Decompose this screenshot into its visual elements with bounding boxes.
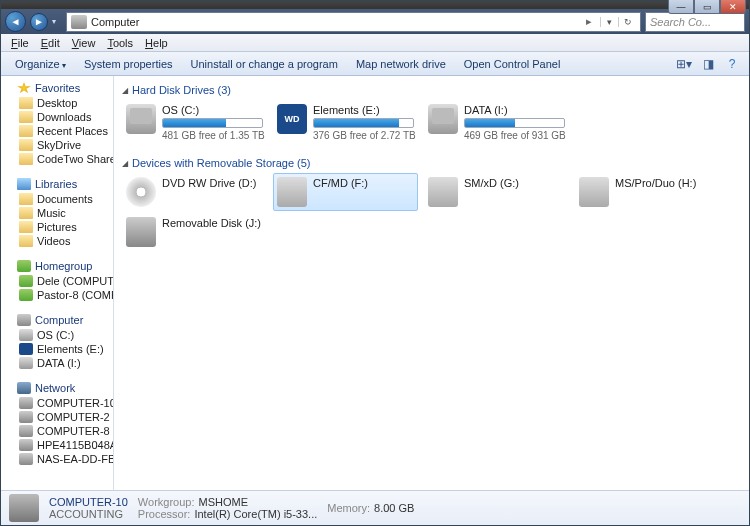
- network-label: Network: [35, 382, 75, 394]
- item-icon: [19, 439, 33, 451]
- drive-name: MS/Pro/Duo (H:): [615, 177, 716, 189]
- system-properties-button[interactable]: System properties: [76, 55, 181, 73]
- sidebar-item[interactable]: Dele (COMPUTER-8): [1, 274, 113, 288]
- maximize-button[interactable]: ▭: [694, 0, 720, 14]
- network-icon: [17, 382, 31, 394]
- drive-item[interactable]: DATA (I:)469 GB free of 931 GB: [424, 100, 569, 145]
- drive-name: DVD RW Drive (D:): [162, 177, 263, 189]
- back-button[interactable]: ◄: [5, 11, 26, 32]
- navigation-bar: ◄ ► ▾ Computer ▸ ▾ ↻ Search Co...: [1, 9, 749, 34]
- memory-value: 8.00 GB: [374, 502, 414, 514]
- item-icon: [19, 289, 33, 301]
- drive-item[interactable]: MS/Pro/Duo (H:): [575, 173, 720, 211]
- dvd-icon: [126, 177, 156, 207]
- drive-name: Elements (E:): [313, 104, 414, 116]
- sidebar-item[interactable]: COMPUTER-2: [1, 410, 113, 424]
- item-icon: [19, 453, 33, 465]
- drive-item[interactable]: CF/MD (F:): [273, 173, 418, 211]
- refresh-button[interactable]: ↻: [618, 17, 636, 27]
- address-dropdown[interactable]: ▾: [600, 17, 618, 27]
- item-icon: [19, 125, 33, 137]
- network-header[interactable]: Network: [1, 380, 113, 396]
- map-drive-button[interactable]: Map network drive: [348, 55, 454, 73]
- menu-tools[interactable]: Tools: [101, 35, 139, 51]
- sidebar-item[interactable]: Music: [1, 206, 113, 220]
- sidebar-item[interactable]: Pictures: [1, 220, 113, 234]
- hdd-section-header[interactable]: ◢ Hard Disk Drives (3): [122, 82, 741, 100]
- sidebar-item[interactable]: HPE4115B048A82: [1, 438, 113, 452]
- sidebar-item[interactable]: Recent Places: [1, 124, 113, 138]
- sidebar-item[interactable]: DATA (I:): [1, 356, 113, 370]
- item-label: Pastor-8 (COMPUTER-8): [37, 289, 113, 301]
- drive-item[interactable]: OS (C:)481 GB free of 1.35 TB: [122, 100, 267, 145]
- processor-value: Intel(R) Core(TM) i5-33...: [194, 508, 317, 520]
- item-icon: [19, 153, 33, 165]
- search-input[interactable]: Search Co...: [645, 12, 745, 32]
- item-label: COMPUTER-8: [37, 425, 110, 437]
- item-icon: [19, 97, 33, 109]
- menu-file[interactable]: File: [5, 35, 35, 51]
- homegroup-icon: [17, 260, 31, 272]
- item-label: Videos: [37, 235, 70, 247]
- sidebar-item[interactable]: NAS-EA-DD-FB: [1, 452, 113, 466]
- item-icon: [19, 275, 33, 287]
- view-options-button[interactable]: ⊞▾: [673, 57, 695, 71]
- drive-icon: [19, 343, 33, 355]
- sidebar-item[interactable]: COMPUTER-8: [1, 424, 113, 438]
- computer-icon: [17, 314, 31, 326]
- help-button[interactable]: ?: [721, 57, 743, 71]
- computer-header[interactable]: Computer: [1, 312, 113, 328]
- capacity-bar: [162, 118, 263, 128]
- item-label: DATA (I:): [37, 357, 81, 369]
- capacity-bar: [464, 118, 565, 128]
- libraries-header[interactable]: Libraries: [1, 176, 113, 192]
- drive-item[interactable]: DVD RW Drive (D:): [122, 173, 267, 211]
- item-label: Elements (E:): [37, 343, 104, 355]
- menu-bar: File Edit View Tools Help: [1, 34, 749, 52]
- menu-help[interactable]: Help: [139, 35, 174, 51]
- homegroup-header[interactable]: Homegroup: [1, 258, 113, 274]
- item-label: Music: [37, 207, 66, 219]
- removable-section-header[interactable]: ◢ Devices with Removable Storage (5): [122, 155, 741, 173]
- search-placeholder: Search Co...: [650, 16, 711, 28]
- details-name: COMPUTER-10: [49, 496, 128, 508]
- sidebar-item[interactable]: OS (C:): [1, 328, 113, 342]
- nav-history-dropdown[interactable]: ▾: [52, 17, 62, 26]
- window-controls: — ▭ ✕: [668, 0, 746, 14]
- computer-label: Computer: [35, 314, 83, 326]
- sidebar-item[interactable]: Desktop: [1, 96, 113, 110]
- item-label: SkyDrive: [37, 139, 81, 151]
- navigation-pane: Favorites DesktopDownloadsRecent PlacesS…: [1, 76, 114, 490]
- favorites-header[interactable]: Favorites: [1, 80, 113, 96]
- uninstall-program-button[interactable]: Uninstall or change a program: [183, 55, 346, 73]
- drive-item[interactable]: WDElements (E:)376 GB free of 2.72 TB: [273, 100, 418, 145]
- drive-name: SM/xD (G:): [464, 177, 565, 189]
- details-sub: ACCOUNTING: [49, 508, 128, 520]
- address-bar[interactable]: Computer ▸ ▾ ↻: [66, 12, 641, 32]
- sidebar-item[interactable]: SkyDrive: [1, 138, 113, 152]
- breadcrumb-arrow[interactable]: ▸: [582, 15, 596, 28]
- preview-pane-button[interactable]: ◨: [697, 57, 719, 71]
- memory-label: Memory:: [327, 502, 370, 514]
- control-panel-button[interactable]: Open Control Panel: [456, 55, 569, 73]
- close-button[interactable]: ✕: [720, 0, 746, 14]
- sidebar-item[interactable]: Elements (E:): [1, 342, 113, 356]
- item-icon: [19, 111, 33, 123]
- sidebar-item[interactable]: Documents: [1, 192, 113, 206]
- item-icon: [19, 221, 33, 233]
- menu-view[interactable]: View: [66, 35, 102, 51]
- menu-edit[interactable]: Edit: [35, 35, 66, 51]
- drive-item[interactable]: SM/xD (G:): [424, 173, 569, 211]
- drive-item[interactable]: Removable Disk (J:): [122, 213, 267, 251]
- forward-button[interactable]: ►: [30, 13, 48, 31]
- sidebar-item[interactable]: Pastor-8 (COMPUTER-8): [1, 288, 113, 302]
- sidebar-item[interactable]: Videos: [1, 234, 113, 248]
- minimize-button[interactable]: —: [668, 0, 694, 14]
- computer-icon: [9, 494, 39, 522]
- sidebar-item[interactable]: Downloads: [1, 110, 113, 124]
- organize-button[interactable]: Organize: [7, 55, 74, 73]
- sidebar-item[interactable]: CodeTwo Shared Folders: [1, 152, 113, 166]
- sidebar-item[interactable]: COMPUTER-10: [1, 396, 113, 410]
- hdd-icon: [126, 104, 156, 134]
- title-bar[interactable]: [1, 1, 749, 9]
